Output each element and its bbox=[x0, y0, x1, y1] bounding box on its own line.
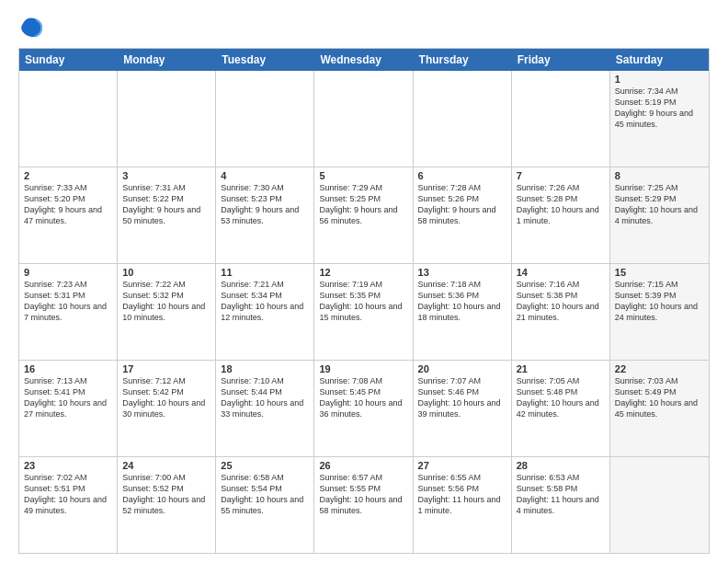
calendar-cell: 13Sunrise: 7:18 AM Sunset: 5:36 PM Dayli… bbox=[414, 264, 512, 360]
day-info: Sunrise: 7:18 AM Sunset: 5:36 PM Dayligh… bbox=[418, 279, 506, 324]
day-info: Sunrise: 7:00 AM Sunset: 5:52 PM Dayligh… bbox=[122, 472, 210, 517]
day-number: 4 bbox=[221, 170, 309, 181]
calendar-cell bbox=[19, 71, 118, 167]
calendar-cell: 28Sunrise: 6:53 AM Sunset: 5:58 PM Dayli… bbox=[512, 457, 610, 553]
day-info: Sunrise: 7:25 AM Sunset: 5:29 PM Dayligh… bbox=[615, 182, 704, 227]
header-day: Thursday bbox=[414, 49, 512, 71]
calendar-cell: 14Sunrise: 7:16 AM Sunset: 5:38 PM Dayli… bbox=[512, 264, 610, 360]
calendar-cell: 21Sunrise: 7:05 AM Sunset: 5:48 PM Dayli… bbox=[512, 361, 610, 456]
calendar-row: 9Sunrise: 7:23 AM Sunset: 5:31 PM Daylig… bbox=[19, 264, 709, 361]
calendar-cell: 20Sunrise: 7:07 AM Sunset: 5:46 PM Dayli… bbox=[414, 361, 512, 456]
calendar-cell: 12Sunrise: 7:19 AM Sunset: 5:35 PM Dayli… bbox=[314, 264, 413, 360]
day-number: 15 bbox=[615, 267, 704, 278]
calendar-cell: 2Sunrise: 7:33 AM Sunset: 5:20 PM Daylig… bbox=[19, 167, 118, 263]
calendar-cell: 23Sunrise: 7:02 AM Sunset: 5:51 PM Dayli… bbox=[19, 457, 118, 553]
header bbox=[18, 15, 710, 40]
calendar-cell: 27Sunrise: 6:55 AM Sunset: 5:56 PM Dayli… bbox=[414, 457, 512, 553]
calendar-cell bbox=[216, 71, 314, 167]
day-number: 7 bbox=[517, 170, 605, 181]
logo bbox=[18, 15, 50, 40]
page: SundayMondayTuesdayWednesdayThursdayFrid… bbox=[0, 0, 728, 563]
day-number: 18 bbox=[221, 363, 309, 374]
day-info: Sunrise: 7:31 AM Sunset: 5:22 PM Dayligh… bbox=[122, 182, 210, 227]
day-number: 14 bbox=[517, 267, 605, 278]
calendar-row: 1Sunrise: 7:34 AM Sunset: 5:19 PM Daylig… bbox=[19, 71, 709, 167]
day-info: Sunrise: 6:55 AM Sunset: 5:56 PM Dayligh… bbox=[418, 472, 506, 517]
day-info: Sunrise: 7:22 AM Sunset: 5:32 PM Dayligh… bbox=[122, 279, 210, 324]
day-info: Sunrise: 7:13 AM Sunset: 5:41 PM Dayligh… bbox=[24, 375, 112, 420]
calendar-cell: 1Sunrise: 7:34 AM Sunset: 5:19 PM Daylig… bbox=[610, 71, 709, 167]
calendar-cell: 19Sunrise: 7:08 AM Sunset: 5:45 PM Dayli… bbox=[314, 361, 413, 456]
calendar-cell: 7Sunrise: 7:26 AM Sunset: 5:28 PM Daylig… bbox=[512, 167, 610, 263]
calendar-cell: 6Sunrise: 7:28 AM Sunset: 5:26 PM Daylig… bbox=[414, 167, 512, 263]
header-day: Monday bbox=[118, 49, 216, 71]
calendar-cell: 9Sunrise: 7:23 AM Sunset: 5:31 PM Daylig… bbox=[19, 264, 118, 360]
header-day: Tuesday bbox=[216, 49, 314, 71]
calendar-row: 16Sunrise: 7:13 AM Sunset: 5:41 PM Dayli… bbox=[19, 361, 709, 457]
day-number: 12 bbox=[319, 267, 407, 278]
day-number: 16 bbox=[24, 363, 112, 374]
day-number: 22 bbox=[615, 363, 704, 374]
day-number: 19 bbox=[319, 363, 407, 374]
day-info: Sunrise: 7:23 AM Sunset: 5:31 PM Dayligh… bbox=[24, 279, 112, 324]
day-number: 24 bbox=[122, 460, 210, 471]
logo-icon bbox=[18, 15, 44, 40]
calendar-cell: 3Sunrise: 7:31 AM Sunset: 5:22 PM Daylig… bbox=[118, 167, 216, 263]
day-info: Sunrise: 7:26 AM Sunset: 5:28 PM Dayligh… bbox=[517, 182, 605, 227]
calendar-cell: 25Sunrise: 6:58 AM Sunset: 5:54 PM Dayli… bbox=[216, 457, 314, 553]
calendar: SundayMondayTuesdayWednesdayThursdayFrid… bbox=[18, 48, 710, 554]
header-day: Friday bbox=[512, 49, 610, 71]
day-info: Sunrise: 7:05 AM Sunset: 5:48 PM Dayligh… bbox=[517, 375, 605, 420]
day-number: 27 bbox=[418, 460, 506, 471]
day-info: Sunrise: 7:10 AM Sunset: 5:44 PM Dayligh… bbox=[221, 375, 309, 420]
calendar-cell: 4Sunrise: 7:30 AM Sunset: 5:23 PM Daylig… bbox=[216, 167, 314, 263]
calendar-row: 2Sunrise: 7:33 AM Sunset: 5:20 PM Daylig… bbox=[19, 167, 709, 264]
day-info: Sunrise: 7:30 AM Sunset: 5:23 PM Dayligh… bbox=[221, 182, 309, 227]
calendar-cell bbox=[512, 71, 610, 167]
day-info: Sunrise: 7:19 AM Sunset: 5:35 PM Dayligh… bbox=[319, 279, 407, 324]
calendar-cell: 22Sunrise: 7:03 AM Sunset: 5:49 PM Dayli… bbox=[610, 361, 709, 456]
calendar-cell: 11Sunrise: 7:21 AM Sunset: 5:34 PM Dayli… bbox=[216, 264, 314, 360]
day-number: 20 bbox=[418, 363, 506, 374]
day-info: Sunrise: 6:53 AM Sunset: 5:58 PM Dayligh… bbox=[517, 472, 605, 517]
day-info: Sunrise: 7:33 AM Sunset: 5:20 PM Dayligh… bbox=[24, 182, 112, 227]
day-number: 28 bbox=[517, 460, 605, 471]
day-number: 10 bbox=[122, 267, 210, 278]
calendar-cell: 17Sunrise: 7:12 AM Sunset: 5:42 PM Dayli… bbox=[118, 361, 216, 456]
day-number: 21 bbox=[517, 363, 605, 374]
calendar-cell bbox=[118, 71, 216, 167]
day-info: Sunrise: 6:58 AM Sunset: 5:54 PM Dayligh… bbox=[221, 472, 309, 517]
day-number: 1 bbox=[615, 74, 704, 85]
day-info: Sunrise: 7:34 AM Sunset: 5:19 PM Dayligh… bbox=[615, 86, 704, 131]
header-day: Saturday bbox=[610, 49, 709, 71]
calendar-cell bbox=[314, 71, 413, 167]
day-number: 23 bbox=[24, 460, 112, 471]
header-day: Wednesday bbox=[314, 49, 413, 71]
calendar-cell: 16Sunrise: 7:13 AM Sunset: 5:41 PM Dayli… bbox=[19, 361, 118, 456]
calendar-cell: 24Sunrise: 7:00 AM Sunset: 5:52 PM Dayli… bbox=[118, 457, 216, 553]
calendar-cell bbox=[610, 457, 709, 553]
day-info: Sunrise: 7:12 AM Sunset: 5:42 PM Dayligh… bbox=[122, 375, 210, 420]
calendar-cell: 10Sunrise: 7:22 AM Sunset: 5:32 PM Dayli… bbox=[118, 264, 216, 360]
calendar-cell: 18Sunrise: 7:10 AM Sunset: 5:44 PM Dayli… bbox=[216, 361, 314, 456]
day-info: Sunrise: 7:08 AM Sunset: 5:45 PM Dayligh… bbox=[319, 375, 407, 420]
day-number: 8 bbox=[615, 170, 704, 181]
day-number: 5 bbox=[319, 170, 407, 181]
calendar-cell: 5Sunrise: 7:29 AM Sunset: 5:25 PM Daylig… bbox=[314, 167, 413, 263]
day-number: 3 bbox=[122, 170, 210, 181]
day-number: 13 bbox=[418, 267, 506, 278]
day-info: Sunrise: 7:15 AM Sunset: 5:39 PM Dayligh… bbox=[615, 279, 704, 324]
day-number: 2 bbox=[24, 170, 112, 181]
calendar-header: SundayMondayTuesdayWednesdayThursdayFrid… bbox=[19, 49, 709, 71]
day-info: Sunrise: 7:16 AM Sunset: 5:38 PM Dayligh… bbox=[517, 279, 605, 324]
calendar-row: 23Sunrise: 7:02 AM Sunset: 5:51 PM Dayli… bbox=[19, 457, 709, 553]
day-number: 25 bbox=[221, 460, 309, 471]
day-number: 17 bbox=[122, 363, 210, 374]
day-number: 6 bbox=[418, 170, 506, 181]
day-info: Sunrise: 7:03 AM Sunset: 5:49 PM Dayligh… bbox=[615, 375, 704, 420]
calendar-cell: 15Sunrise: 7:15 AM Sunset: 5:39 PM Dayli… bbox=[610, 264, 709, 360]
header-day: Sunday bbox=[19, 49, 118, 71]
calendar-cell: 8Sunrise: 7:25 AM Sunset: 5:29 PM Daylig… bbox=[610, 167, 709, 263]
day-info: Sunrise: 7:28 AM Sunset: 5:26 PM Dayligh… bbox=[418, 182, 506, 227]
day-info: Sunrise: 7:21 AM Sunset: 5:34 PM Dayligh… bbox=[221, 279, 309, 324]
